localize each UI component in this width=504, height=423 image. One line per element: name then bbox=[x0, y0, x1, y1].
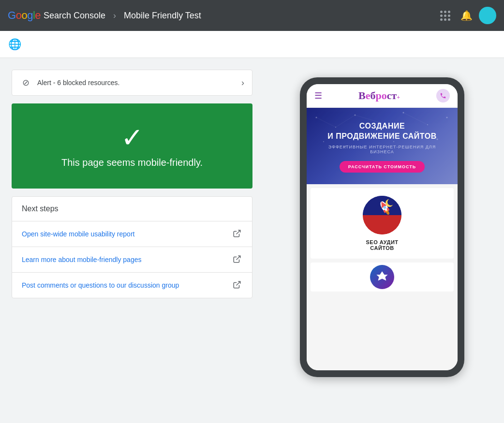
brand-name-text: Search Console bbox=[44, 11, 105, 21]
breadcrumb-chevron: › bbox=[113, 11, 116, 21]
page-title: Mobile Friendly Test bbox=[124, 11, 201, 21]
external-link-icon-2 bbox=[233, 255, 242, 264]
main-content: ⊘ Alert - 6 blocked resources. › ✓ This … bbox=[0, 58, 504, 389]
next-steps-heading: Next steps bbox=[12, 197, 252, 221]
next-step-discussion[interactable]: Post comments or questions to our discus… bbox=[12, 273, 252, 298]
alert-text: Alert - 6 blocked resources. bbox=[37, 79, 241, 87]
sub-header: 🌐 bbox=[0, 31, 504, 58]
next-step-usability-label: Open site-wide mobile usability report bbox=[22, 230, 233, 238]
notifications-icon[interactable]: 🔔 bbox=[458, 7, 475, 24]
user-avatar[interactable] bbox=[479, 7, 496, 24]
google-logo: Google bbox=[8, 9, 41, 22]
alert-icon: ⊘ bbox=[20, 77, 31, 88]
external-link-icon-1 bbox=[233, 229, 242, 239]
site-logo: Веброст+ bbox=[358, 89, 400, 102]
site-navbar: ☰ Веброст+ bbox=[307, 84, 458, 108]
apps-icon[interactable] bbox=[436, 7, 454, 24]
hero-cta-button[interactable]: РАССЧИТАТЬ СТОИМОСТЬ bbox=[340, 161, 425, 173]
hero-title: СОЗДАНИЕИ ПРОДВИЖЕНИЕ САЙТОВ bbox=[316, 121, 448, 142]
second-card bbox=[311, 263, 454, 292]
next-step-discussion-label: Post comments or questions to our discus… bbox=[22, 281, 233, 289]
success-message: This page seems mobile-friendly. bbox=[61, 157, 203, 168]
seo-card-title: SEO АУДИТСАЙТОВ bbox=[366, 239, 398, 251]
site-cards-section: SEO АУДИТСАЙТОВ bbox=[307, 184, 458, 370]
seo-card-image bbox=[363, 196, 401, 234]
hamburger-icon: ☰ bbox=[314, 90, 322, 101]
phone-mockup: ☰ Веброст+ bbox=[300, 77, 464, 377]
next-steps-panel: Next steps Open site-wide mobile usabili… bbox=[12, 196, 252, 298]
second-card-icon bbox=[370, 265, 394, 289]
alert-banner[interactable]: ⊘ Alert - 6 blocked resources. › bbox=[12, 70, 252, 96]
phone-preview-panel: ☰ Веброст+ bbox=[272, 70, 492, 377]
header-icons: 🔔 bbox=[436, 7, 496, 24]
phone-screen: ☰ Веброст+ bbox=[307, 84, 458, 370]
language-icon[interactable]: 🌐 bbox=[8, 38, 21, 51]
svg-point-25 bbox=[387, 199, 394, 205]
svg-line-0 bbox=[237, 230, 240, 234]
seo-card: SEO АУДИТСАЙТОВ bbox=[311, 188, 454, 259]
checkmark-icon: ✓ bbox=[121, 124, 144, 151]
svg-line-2 bbox=[237, 281, 240, 285]
hero-subtitle: ЭФФЕКТИВНЫЕ ИНТЕРНЕТ-РЕШЕНИЯ ДЛЯ БИЗНЕСА bbox=[316, 145, 448, 154]
site-phone-icon bbox=[436, 89, 450, 102]
success-result-box: ✓ This page seems mobile-friendly. bbox=[12, 103, 252, 189]
next-step-learn-label: Learn more about mobile-friendly pages bbox=[22, 256, 233, 263]
header: Google Search Console › Mobile Friendly … bbox=[0, 0, 504, 31]
external-link-icon-3 bbox=[233, 280, 242, 290]
next-step-learn-more[interactable]: Learn more about mobile-friendly pages bbox=[12, 247, 252, 273]
brand: Google Search Console bbox=[8, 9, 105, 22]
svg-line-1 bbox=[237, 256, 240, 260]
alert-chevron-icon: › bbox=[241, 78, 244, 88]
left-panel: ⊘ Alert - 6 blocked resources. › ✓ This … bbox=[12, 70, 252, 377]
site-hero: СОЗДАНИЕИ ПРОДВИЖЕНИЕ САЙТОВ ЭФФЕКТИВНЫЕ… bbox=[307, 108, 458, 184]
svg-point-9 bbox=[446, 117, 448, 118]
next-step-usability-report[interactable]: Open site-wide mobile usability report bbox=[12, 221, 252, 247]
